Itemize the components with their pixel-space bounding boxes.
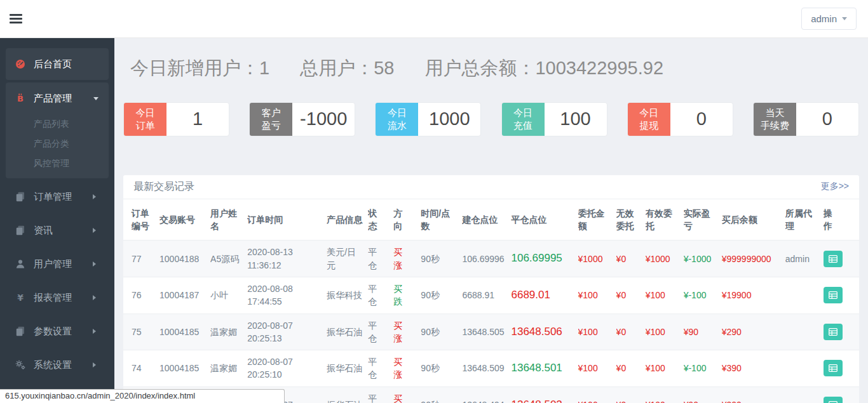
- stat-card-value: 0: [670, 103, 733, 136]
- cell-product: 振华科技: [327, 277, 368, 314]
- cell-valid: ¥100: [646, 314, 684, 350]
- column-header: 操作: [824, 199, 859, 241]
- cell-action: [824, 277, 859, 314]
- cell-amount: ¥100: [578, 350, 616, 387]
- chevron-right-icon: [93, 261, 98, 267]
- cell-amount: ¥100: [578, 314, 616, 350]
- table-row: 7410004185温家媚2020-08-07 20:25:10振华石油平仓买涨…: [123, 350, 859, 387]
- stat-card: 今日 充值100: [501, 102, 607, 136]
- stat-card: 今日 提现0: [627, 102, 733, 136]
- cell-account: 10004187: [159, 277, 210, 314]
- user-menu-button[interactable]: admin: [801, 8, 857, 30]
- cell-valid: ¥1000: [646, 241, 684, 277]
- cell-account: 10004185: [159, 350, 210, 387]
- row-detail-button[interactable]: [824, 287, 843, 303]
- sidebar-item-4[interactable]: 用户管理: [6, 248, 109, 280]
- column-header: 交易账号: [159, 199, 210, 241]
- cell-profit: ¥-1000: [684, 241, 722, 277]
- column-header: 产品信息: [327, 199, 368, 241]
- cell-balance: ¥19900: [722, 277, 785, 314]
- cell-action: [824, 314, 859, 350]
- main-content: 今日新增用户：1总用户：58用户总余额：1003422995.92 今日 订单1…: [114, 38, 868, 403]
- cell-account: 10004188: [159, 241, 210, 277]
- svg-text:¥: ¥: [17, 293, 24, 303]
- user-icon: [15, 259, 26, 269]
- cell-product: 振华石油: [327, 386, 368, 403]
- panel-header: 最新交易记录 更多>>: [123, 175, 859, 199]
- yen-icon: ¥: [15, 293, 26, 303]
- status-bar-url: 615.youxinqianbao.cn/admin_2020/index/in…: [0, 389, 285, 403]
- cell-status: 平仓: [368, 277, 393, 314]
- sidebar-item-5[interactable]: ¥报表管理: [6, 282, 109, 314]
- sidebar-item-label: 报表管理: [34, 292, 93, 304]
- cell-invalid: ¥0: [616, 314, 646, 350]
- sidebar-item-7[interactable]: 系统设置: [6, 349, 109, 381]
- sidebar-item-0[interactable]: 后台首页: [6, 48, 109, 80]
- column-header: 无效委托: [616, 199, 646, 241]
- cell-action: [824, 241, 859, 277]
- stat-card-label: 今日 流水: [376, 103, 418, 136]
- table-row: 7510004185温家媚2020-08-07 20:25:13振华石油平仓买涨…: [123, 314, 859, 350]
- overview-stat: 总用户：58: [300, 57, 394, 79]
- stat-card: 客户 盈亏-1000: [249, 102, 355, 136]
- cell-profit: ¥90: [684, 314, 722, 350]
- cell-status: 平仓: [368, 241, 393, 277]
- cell-action: [824, 350, 859, 387]
- cell-duration: 90秒: [421, 386, 462, 403]
- row-detail-button[interactable]: [824, 324, 843, 340]
- cell-status: 平仓: [368, 386, 393, 403]
- cell-valid: ¥100: [646, 350, 684, 387]
- files-icon: [15, 225, 26, 235]
- sidebar-item-label: 参数设置: [34, 326, 93, 338]
- overview-stat: 用户总余额：1003422995.92: [424, 57, 663, 79]
- sidebar-toggle-button[interactable]: [10, 14, 22, 23]
- cell-agent: [785, 350, 824, 387]
- cell-agent: [785, 314, 824, 350]
- latest-trades-panel: 最新交易记录 更多>> 订单编号交易账号用户姓名订单时间产品信息状态方向时间/点…: [123, 175, 859, 403]
- gears-icon: [15, 360, 26, 370]
- sidebar-item-1[interactable]: B产品管理: [6, 83, 109, 114]
- sidebar: 后台首页B产品管理产品列表产品分类风控管理订单管理资讯用户管理¥报表管理参数设置…: [0, 38, 114, 403]
- cell-direction: 买涨: [393, 241, 421, 277]
- cell-product: 振华石油: [327, 350, 368, 387]
- hamburger-icon: [10, 14, 22, 16]
- chevron-right-icon: [93, 228, 98, 233]
- row-detail-button[interactable]: [824, 397, 843, 403]
- column-header: 平仓点位: [511, 199, 578, 241]
- row-detail-button[interactable]: [824, 251, 843, 267]
- row-detail-button[interactable]: [824, 360, 843, 376]
- stat-card: 今日 流水1000: [375, 102, 481, 136]
- cell-duration: 90秒: [421, 277, 462, 314]
- stat-card-label: 今日 提现: [628, 103, 670, 136]
- cell-amount: ¥100: [578, 277, 616, 314]
- bitcoin-icon: B: [15, 93, 26, 103]
- column-header: 有效委托: [646, 199, 684, 241]
- cell-balance: ¥290: [722, 314, 785, 350]
- cell-amount: ¥100: [578, 386, 616, 403]
- sidebar-subitem[interactable]: 风控管理: [6, 154, 109, 173]
- cell-agent: admin: [785, 241, 824, 277]
- cell-invalid: ¥0: [616, 350, 646, 387]
- stat-card: 今日 订单1: [123, 102, 229, 136]
- cell-order-time: 2020-08-07 20:25:10: [247, 350, 327, 387]
- cell-order-id: 75: [123, 314, 159, 350]
- stat-card-value: -1000: [292, 103, 355, 136]
- sidebar-subitem[interactable]: 产品分类: [6, 134, 109, 154]
- cell-action: [824, 386, 859, 403]
- files-icon: [15, 192, 26, 202]
- sidebar-item-3[interactable]: 资讯: [6, 215, 109, 246]
- sidebar-item-6[interactable]: 参数设置: [6, 315, 109, 347]
- stat-card-value: 100: [545, 103, 607, 136]
- sidebar-item-label: 用户管理: [34, 258, 93, 270]
- cell-direction: 买跌: [393, 277, 421, 314]
- cell-duration: 90秒: [421, 350, 462, 387]
- chevron-right-icon: [93, 295, 98, 300]
- trades-table: 订单编号交易账号用户姓名订单时间产品信息状态方向时间/点数建仓点位平仓点位委托金…: [123, 199, 859, 403]
- sidebar-item-2[interactable]: 订单管理: [6, 181, 109, 213]
- more-link[interactable]: 更多>>: [821, 181, 849, 192]
- cell-profit: ¥-100: [684, 277, 722, 314]
- sidebar-subitem[interactable]: 产品列表: [6, 114, 109, 134]
- cell-order-id: 77: [123, 241, 159, 277]
- cell-product: 振华石油: [327, 314, 368, 350]
- cell-invalid: ¥0: [616, 277, 646, 314]
